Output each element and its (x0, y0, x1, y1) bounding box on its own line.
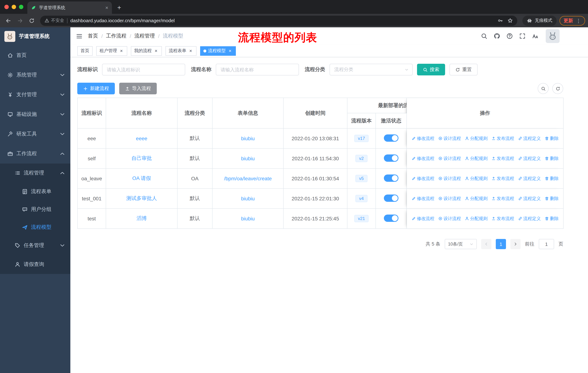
close-window-button[interactable] (4, 5, 9, 9)
app-logo[interactable]: 芋道管理系统 (0, 27, 70, 46)
current-page[interactable]: 1 (496, 239, 506, 249)
github-icon[interactable] (494, 33, 500, 39)
new-tab-button[interactable]: + (114, 2, 124, 13)
action-edit-link[interactable]: 修改流程 (411, 195, 434, 202)
action-publish-link[interactable]: 发布流程 (491, 135, 514, 141)
security-status[interactable]: 不安全 (44, 18, 64, 24)
process-name-link[interactable]: OA 请假 (132, 175, 151, 181)
active-toggle[interactable] (384, 154, 399, 161)
sidebar-item-0[interactable]: 首页 (0, 46, 70, 65)
maximize-window-button[interactable] (19, 5, 23, 9)
address-bar[interactable]: 不安全 dashboard.yudao.iocoder.cn/bpm/manag… (40, 15, 517, 26)
form-link[interactable]: biubiu (241, 196, 255, 202)
action-assign-link[interactable]: 分配规则 (465, 155, 488, 161)
action-edit-link[interactable]: 修改流程 (411, 155, 434, 161)
next-page-button[interactable] (510, 239, 521, 249)
tag-1[interactable]: 租户管理× (96, 46, 127, 56)
action-design-link[interactable]: 设计流程 (438, 215, 461, 222)
tag-close-icon[interactable]: × (228, 48, 232, 53)
import-process-button[interactable]: 导入流程 (119, 83, 157, 94)
action-publish-link[interactable]: 发布流程 (491, 195, 514, 202)
tag-close-icon[interactable]: × (188, 48, 193, 53)
search-icon[interactable] (481, 33, 487, 39)
tag-2[interactable]: 我的流程× (131, 46, 162, 56)
sidebar-item-5[interactable]: 工作流程 (0, 144, 70, 163)
tag-4[interactable]: 流程模型× (200, 46, 236, 56)
process-name-link[interactable]: 测试多审批人 (126, 195, 157, 201)
form-link[interactable]: biubiu (241, 135, 255, 141)
action-definition-link[interactable]: 流程定义 (518, 175, 541, 181)
sidebar-item-1[interactable]: 系统管理 (0, 65, 70, 85)
action-delete-link[interactable]: 删除 (545, 215, 559, 222)
action-edit-link[interactable]: 修改流程 (411, 215, 434, 222)
reload-button[interactable] (26, 15, 37, 26)
action-definition-link[interactable]: 流程定义 (518, 215, 541, 222)
action-delete-link[interactable]: 删除 (545, 175, 559, 181)
tab-close-icon[interactable]: × (105, 5, 108, 10)
action-assign-link[interactable]: 分配规则 (465, 215, 488, 222)
minimize-window-button[interactable] (12, 5, 16, 9)
action-design-link[interactable]: 设计流程 (438, 195, 461, 202)
breadcrumb-item-0[interactable]: 首页 (88, 33, 98, 39)
active-toggle[interactable] (384, 134, 399, 141)
action-definition-link[interactable]: 流程定义 (518, 155, 541, 161)
user-avatar[interactable] (546, 29, 560, 43)
tag-close-icon[interactable]: × (119, 48, 124, 53)
sidebar-item-2[interactable]: 支付管理 (0, 85, 70, 105)
active-toggle[interactable] (384, 214, 399, 222)
search-button[interactable]: 搜索 (417, 64, 445, 75)
form-link[interactable]: biubiu (241, 216, 255, 222)
process-key-input[interactable] (102, 64, 185, 75)
action-publish-link[interactable]: 发布流程 (491, 175, 514, 181)
help-icon[interactable] (506, 33, 513, 39)
action-definition-link[interactable]: 流程定义 (518, 195, 541, 202)
tag-0[interactable]: 首页 (77, 46, 93, 56)
sidebar-item-9[interactable]: 流程模型 (0, 218, 70, 236)
sidebar-item-8[interactable]: 用户分组 (0, 200, 70, 218)
sidebar-item-10[interactable]: 任务管理 (0, 236, 70, 255)
back-button[interactable] (3, 15, 14, 26)
hamburger-icon[interactable] (76, 33, 83, 40)
sidebar-item-7[interactable]: 流程表单 (0, 182, 70, 200)
action-publish-link[interactable]: 发布流程 (491, 215, 514, 222)
sidebar-item-4[interactable]: 研发工具 (0, 124, 70, 144)
create-process-button[interactable]: 新建流程 (77, 83, 115, 94)
action-design-link[interactable]: 设计流程 (438, 175, 461, 181)
key-icon[interactable] (498, 18, 503, 23)
action-assign-link[interactable]: 分配规则 (465, 135, 488, 141)
action-delete-link[interactable]: 删除 (545, 155, 559, 161)
process-name-link[interactable]: eeee (136, 135, 147, 141)
star-icon[interactable] (507, 18, 513, 23)
fullscreen-icon[interactable] (519, 33, 526, 39)
tag-3[interactable]: 流程表单× (166, 46, 197, 56)
action-design-link[interactable]: 设计流程 (438, 135, 461, 141)
action-definition-link[interactable]: 流程定义 (518, 135, 541, 141)
goto-page-input[interactable] (539, 239, 554, 249)
form-link[interactable]: biubiu (241, 156, 255, 161)
process-name-link[interactable]: 自己审批 (131, 155, 152, 161)
sidebar-item-11[interactable]: 请假查询 (0, 255, 70, 274)
action-delete-link[interactable]: 删除 (545, 195, 559, 202)
browser-tab[interactable]: 芋道管理系统 × (27, 1, 112, 14)
forward-button[interactable] (15, 15, 26, 26)
font-size-icon[interactable] (532, 33, 538, 39)
reset-button[interactable]: 重置 (450, 64, 478, 75)
action-publish-link[interactable]: 发布流程 (491, 155, 514, 161)
sidebar-item-6[interactable]: 流程管理 (0, 163, 70, 182)
form-link[interactable]: /bpm/oa/leave/create (224, 176, 272, 181)
breadcrumb-item-1[interactable]: 工作流程 (106, 33, 126, 39)
process-name-link[interactable]: 滔博 (136, 215, 147, 221)
action-edit-link[interactable]: 修改流程 (411, 175, 434, 181)
active-toggle[interactable] (384, 174, 399, 181)
browser-update-button[interactable]: 更新 ⋮ (560, 16, 585, 25)
action-edit-link[interactable]: 修改流程 (411, 135, 434, 141)
breadcrumb-item-2[interactable]: 流程管理 (135, 33, 155, 39)
browser-menu-icon[interactable]: ⋮ (576, 18, 581, 23)
action-delete-link[interactable]: 删除 (545, 135, 559, 141)
category-select[interactable]: 流程分类 (330, 64, 413, 75)
action-assign-link[interactable]: 分配规则 (465, 195, 488, 202)
tag-close-icon[interactable]: × (153, 48, 158, 53)
action-design-link[interactable]: 设计流程 (438, 155, 461, 161)
page-size-select[interactable]: 10条/页 (445, 239, 477, 249)
refresh-table-button[interactable] (552, 83, 563, 94)
